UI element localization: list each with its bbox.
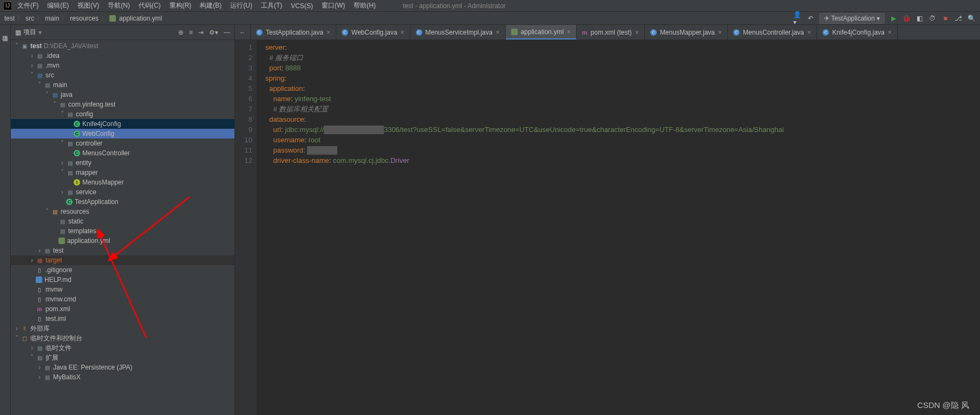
tree-mapper[interactable]: mapper (76, 169, 98, 176)
tab-menusmapper[interactable]: CMenusMapper.java× (645, 25, 728, 39)
collapse-all-icon[interactable]: ⇥ (198, 29, 204, 36)
close-icon[interactable]: × (326, 29, 330, 36)
tab-pom[interactable]: mpom.xml (test)× (577, 25, 645, 39)
back-nav-icon[interactable]: ← (239, 29, 246, 36)
class-icon: C (74, 121, 80, 127)
gear-icon[interactable]: ⚙▾ (209, 29, 218, 36)
tree-main[interactable]: main (53, 81, 67, 89)
close-icon[interactable]: × (567, 28, 571, 36)
tree-entity[interactable]: entity (76, 159, 92, 167)
tree-menusmap[interactable]: MenusMapper (82, 179, 124, 186)
tree-src[interactable]: src (45, 71, 54, 79)
menu-view[interactable]: 视图(V) (74, 0, 102, 11)
crumb-test[interactable]: test (4, 15, 15, 22)
tree-scratchfiles[interactable]: 临时文件 (45, 344, 71, 353)
debug-icon[interactable]: 🐞 (902, 14, 911, 23)
class-icon: C (342, 29, 348, 36)
menu-window[interactable]: 窗口(W) (318, 0, 348, 11)
panel-dropdown-icon[interactable]: ▾ (38, 29, 42, 36)
tree-menusctrl[interactable]: MenusController (82, 149, 130, 157)
menu-refactor[interactable]: 重构(R) (166, 0, 195, 11)
interface-icon: I (74, 179, 80, 186)
tree-config[interactable]: config (76, 110, 93, 118)
tab-menusservice[interactable]: CMenusServiceImpl.java× (410, 25, 506, 39)
code-editor[interactable]: 123456789101112 server: # 服务端口 port: 888… (235, 40, 980, 415)
tree-resources[interactable]: resources (61, 208, 89, 215)
select-opened-icon[interactable]: ⊕ (178, 29, 184, 36)
menu-run[interactable]: 运行(U) (227, 0, 256, 11)
file-icon: ▯ (36, 266, 43, 274)
tree-testapp[interactable]: TestApplication (75, 198, 119, 206)
close-icon[interactable]: × (807, 29, 811, 36)
panel-header: ▦ 项目 ▾ ⊕ ≡ ⇥ ⚙▾ — (11, 25, 234, 40)
tree-mvn[interactable]: .mvn (45, 62, 60, 69)
menu-build[interactable]: 构建(B) (197, 0, 225, 11)
yml-icon (109, 15, 116, 22)
file-icon: ▯ (36, 295, 43, 303)
tab-menusctrl[interactable]: CMenusController.java× (728, 25, 817, 39)
tree-static[interactable]: static (68, 218, 83, 225)
crumb-resources[interactable]: resources (70, 15, 99, 22)
tree-mybatis[interactable]: MyBatisX (53, 373, 81, 381)
tree-idea[interactable]: .idea (45, 52, 60, 60)
tree-testiml[interactable]: test.iml (45, 315, 66, 322)
search-icon[interactable]: 🔍 (967, 14, 976, 23)
menu-file[interactable]: 文件(F) (14, 0, 42, 11)
close-icon[interactable]: × (496, 29, 500, 36)
tree-scratch[interactable]: 临时文件和控制台 (30, 334, 82, 343)
hide-icon[interactable]: — (224, 29, 230, 36)
tree-pom[interactable]: pom.xml (45, 305, 70, 313)
tree-templates[interactable]: templates (68, 227, 96, 235)
stop-icon[interactable]: ■ (941, 14, 950, 23)
class-icon: C (74, 150, 80, 156)
project-panel: ▦ 项目 ▾ ⊕ ≡ ⇥ ⚙▾ — ˅▣test D:\IDEA_JAVA\te… (11, 25, 235, 415)
tree-mvnw[interactable]: mvnw (45, 286, 62, 293)
code-content[interactable]: server: # 服务端口 port: 8888spring: applica… (257, 40, 980, 415)
menu-vcs[interactable]: VCS(S) (288, 1, 316, 11)
crumb-file[interactable]: application.yml (119, 15, 162, 22)
expand-all-icon[interactable]: ≡ (189, 29, 193, 36)
tab-testapp[interactable]: CTestApplication.java× (251, 25, 336, 39)
tree-test[interactable]: test (53, 247, 63, 254)
menu-navigate[interactable]: 导航(N) (104, 0, 133, 11)
tree-jpa[interactable]: Java EE: Persistence (JPA) (53, 364, 133, 371)
tree-webconfig[interactable]: WebConfig (82, 130, 114, 137)
close-icon[interactable]: × (888, 29, 892, 36)
project-tab[interactable]: 项目 (1, 29, 9, 34)
menu-edit[interactable]: 编辑(E) (44, 0, 72, 11)
run-config-selector[interactable]: ✈ TestApplication ▾ (819, 13, 885, 24)
tree-controller[interactable]: controller (76, 140, 102, 147)
menu-help[interactable]: 帮助(H) (350, 0, 379, 11)
tab-appyml[interactable]: application.yml× (506, 25, 577, 39)
yml-icon (511, 29, 518, 35)
tree-pkg[interactable]: com.yinfeng.test (68, 101, 115, 108)
menu-tools[interactable]: 工具(T) (258, 0, 285, 11)
menu-code[interactable]: 代码(C) (135, 0, 164, 11)
close-icon[interactable]: × (401, 29, 404, 36)
tree-appyml[interactable]: application.yml (67, 237, 110, 245)
tree-extensions[interactable]: 扩展 (45, 353, 58, 363)
coverage-icon[interactable]: ◧ (915, 14, 924, 23)
tree-target[interactable]: target (45, 256, 62, 264)
tab-webconfig[interactable]: CWebConfig.java× (336, 25, 410, 39)
app-logo: IJ (3, 2, 12, 10)
tab-knife[interactable]: CKnife4jConfig.java× (817, 25, 898, 39)
close-icon[interactable]: × (635, 29, 639, 36)
close-icon[interactable]: × (718, 29, 722, 36)
profile-icon[interactable]: ⏱ (928, 14, 937, 23)
add-user-icon[interactable]: 👤▾ (793, 14, 802, 23)
tree-knife[interactable]: Knife4jConfig (82, 120, 121, 128)
tree-help[interactable]: HELP.md (44, 276, 71, 284)
crumb-src[interactable]: src (25, 15, 34, 22)
tree-gitignore[interactable]: .gitignore (45, 266, 72, 274)
back-icon[interactable]: ↶ (806, 14, 815, 23)
tree-root[interactable]: test (30, 42, 42, 50)
crumb-main[interactable]: main (45, 15, 59, 22)
tree-mvnwcmd[interactable]: mvnw.cmd (45, 295, 76, 303)
git-icon[interactable]: ⎇ (954, 14, 963, 23)
run-icon[interactable]: ▶ (889, 14, 898, 23)
tree-service[interactable]: service (76, 188, 96, 196)
tree-java[interactable]: java (61, 91, 73, 98)
project-tree[interactable]: ˅▣test D:\IDEA_JAVA\test ›▤.idea ›▤.mvn … (11, 40, 234, 415)
tree-extlib[interactable]: 外部库 (30, 324, 50, 333)
